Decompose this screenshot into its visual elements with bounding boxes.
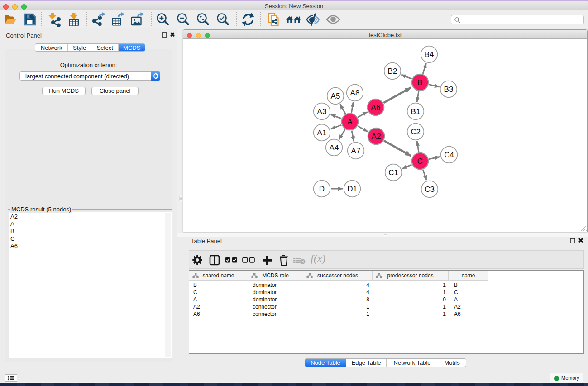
svg-text:A4: A4: [330, 143, 339, 152]
svg-text:A8: A8: [350, 89, 360, 97]
svg-text:A2: A2: [372, 132, 381, 141]
svg-text:B2: B2: [388, 67, 397, 76]
svg-text:B1: B1: [411, 107, 421, 116]
svg-text:C3: C3: [425, 185, 435, 194]
svg-text:B: B: [417, 78, 422, 87]
svg-text:C: C: [417, 157, 423, 166]
svg-text:B4: B4: [425, 50, 434, 59]
svg-text:C4: C4: [444, 151, 454, 159]
svg-text:A1: A1: [317, 129, 327, 137]
svg-text:A: A: [347, 118, 353, 126]
svg-text:B3: B3: [444, 85, 454, 94]
svg-text:A5: A5: [331, 92, 340, 100]
svg-text:C2: C2: [411, 128, 421, 136]
svg-text:A7: A7: [351, 147, 361, 155]
svg-text:C1: C1: [388, 168, 398, 177]
svg-text:A3: A3: [317, 107, 327, 116]
svg-text:D1: D1: [347, 185, 357, 193]
svg-text:D: D: [319, 185, 325, 193]
svg-text:A6: A6: [371, 103, 381, 112]
